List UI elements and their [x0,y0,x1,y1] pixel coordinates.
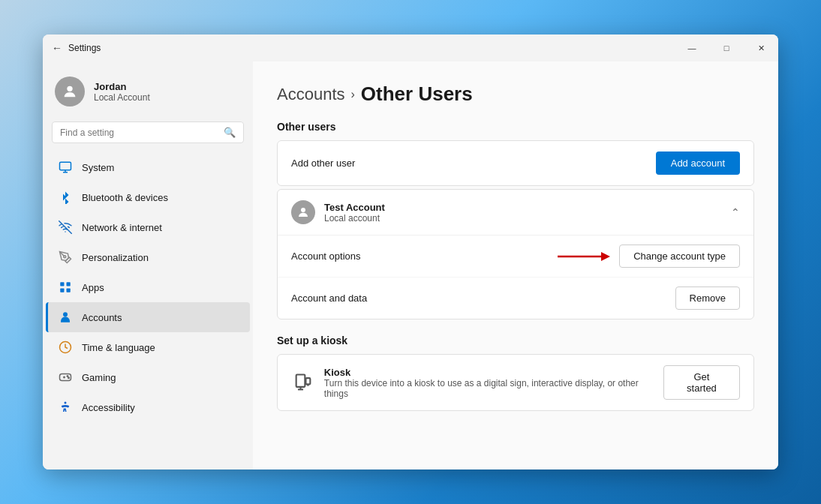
sidebar-label-time: Time & language [82,342,155,353]
close-button[interactable]: ✕ [744,34,778,62]
account-name: Test Account [324,202,385,213]
sidebar-item-network[interactable]: Network & internet [46,212,250,242]
kiosk-title: Kiosk [324,367,663,378]
account-options-label: Account options [291,250,361,262]
time-icon [58,340,73,355]
svg-point-2 [64,256,66,258]
sidebar-label-apps: Apps [82,282,104,293]
sidebar-label-personalization: Personalization [82,252,149,263]
sidebar-label-gaming: Gaming [82,372,116,383]
svg-marker-17 [601,252,610,261]
kiosk-card: Kiosk Turn this device into a kiosk to u… [277,354,754,411]
sidebar-item-apps[interactable]: Apps [46,272,250,302]
sidebar-item-accounts[interactable]: Accounts [46,302,250,332]
titlebar: ← Settings — □ ✕ [43,34,778,62]
user-name: Jordan [94,81,150,92]
arrow-container: Change account type [558,244,740,268]
svg-point-14 [65,402,67,404]
sidebar-item-gaming[interactable]: Gaming [46,362,250,392]
personalization-icon [58,250,73,265]
kiosk-description: Turn this device into a kiosk to use as … [324,378,663,399]
svg-rect-21 [305,378,310,384]
maximize-button[interactable]: □ [709,34,744,62]
network-icon [58,220,73,235]
svg-rect-5 [60,289,64,292]
account-header[interactable]: Test Account Local account ⌃ [278,190,753,235]
kiosk-section-title: Set up a kiosk [277,334,754,346]
kiosk-row: Kiosk Turn this device into a kiosk to u… [278,355,753,410]
content-area: Jordan Local Account 🔍 System [43,62,778,470]
test-account-card: Test Account Local account ⌃ Account opt… [277,189,754,320]
breadcrumb: Accounts › Other Users [277,82,754,106]
accessibility-icon [58,400,73,415]
account-options: Account options Change account type [278,235,753,319]
sidebar-label-accessibility: Accessibility [82,402,135,413]
svg-point-12 [67,376,68,377]
get-started-button[interactable]: Get started [663,365,740,400]
apps-icon [58,280,73,295]
sidebar-item-accessibility[interactable]: Accessibility [46,392,250,422]
system-icon [58,160,73,175]
sidebar-label-bluetooth: Bluetooth & devices [82,192,168,203]
svg-rect-3 [60,282,64,286]
remove-button[interactable]: Remove [675,286,740,310]
avatar [55,76,85,106]
accounts-icon [58,310,73,325]
user-profile: Jordan Local Account [43,68,253,122]
add-user-card: Add other user Add account [277,140,754,186]
account-avatar [291,200,315,224]
add-account-button[interactable]: Add account [656,152,740,175]
main-content: Accounts › Other Users Other users Add o… [253,62,778,470]
settings-window: ← Settings — □ ✕ Jordan Local Account [43,34,778,470]
account-header-left: Test Account Local account [291,200,385,224]
gaming-icon [58,370,73,385]
account-data-label: Account and data [291,292,367,304]
bluetooth-icon [58,190,73,205]
change-account-type-button[interactable]: Change account type [619,244,740,268]
sidebar-item-personalization[interactable]: Personalization [46,242,250,272]
add-user-row: Add other user Add account [278,141,753,185]
sidebar: Jordan Local Account 🔍 System [43,62,253,470]
titlebar-left: ← Settings [52,42,101,54]
sidebar-label-system: System [82,162,114,173]
add-user-label: Add other user [291,158,355,169]
svg-point-7 [63,312,68,316]
breadcrumb-current: Other Users [361,82,473,106]
svg-point-0 [67,86,72,92]
search-input[interactable] [60,128,218,138]
account-type: Local account [324,213,385,224]
sidebar-item-bluetooth[interactable]: Bluetooth & devices [46,182,250,212]
minimize-button[interactable]: — [675,34,709,62]
sidebar-item-system[interactable]: System [46,152,250,182]
red-arrow-icon [558,248,610,266]
sidebar-label-accounts: Accounts [82,312,122,323]
kiosk-section: Set up a kiosk Kiosk Turn this device in… [277,334,754,411]
sidebar-item-time[interactable]: Time & language [46,332,250,362]
svg-rect-18 [296,375,305,387]
search-icon: 🔍 [224,127,236,138]
svg-rect-4 [67,282,71,286]
breadcrumb-chevron-icon: › [351,88,355,101]
breadcrumb-parent[interactable]: Accounts [277,85,345,104]
back-icon[interactable]: ← [52,42,62,54]
user-info: Jordan Local Account [94,81,150,103]
account-collapse-icon[interactable]: ⌃ [731,206,740,218]
svg-point-13 [68,377,70,379]
user-type: Local Account [94,92,150,103]
kiosk-icon [291,370,315,394]
svg-point-15 [301,208,305,212]
search-box[interactable]: 🔍 [52,122,244,143]
other-users-title: Other users [277,121,754,133]
account-data-row: Account and data Remove [278,278,753,319]
svg-rect-6 [67,289,71,292]
titlebar-controls: — □ ✕ [675,34,778,62]
account-options-row: Account options Change account type [278,236,753,278]
window-title: Settings [68,43,101,53]
sidebar-label-network: Network & internet [82,222,162,233]
kiosk-left: Kiosk Turn this device into a kiosk to u… [291,367,663,399]
svg-rect-1 [60,162,71,170]
